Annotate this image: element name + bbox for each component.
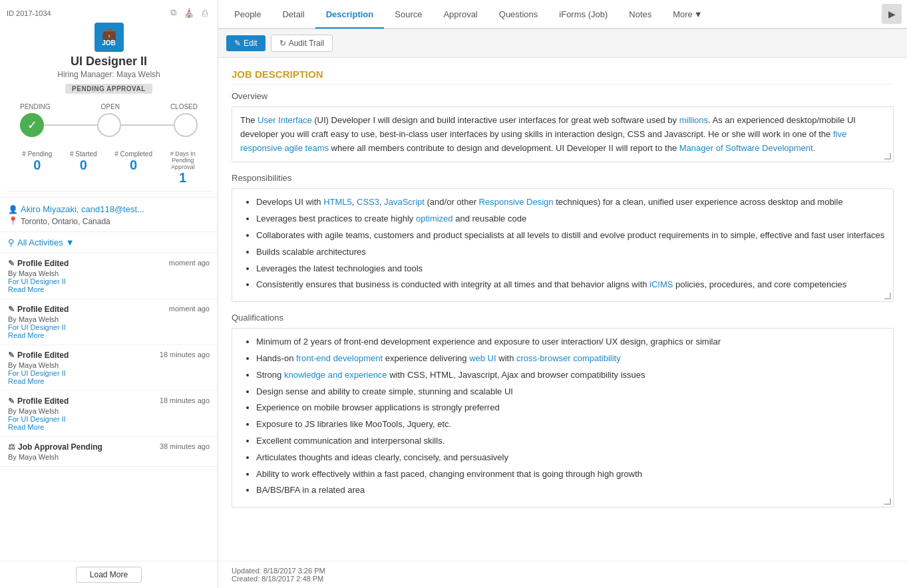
audit-trail-button[interactable]: ↻ Audit Trail: [271, 35, 333, 52]
copy-icon[interactable]: ⧉: [167, 7, 179, 19]
load-more-wrap: Load More: [0, 561, 218, 588]
activity-by: By Maya Welsh: [8, 453, 210, 461]
chevron-down-icon: ▼: [694, 9, 703, 19]
read-more-link[interactable]: Read More: [8, 331, 210, 339]
activities-filter[interactable]: ⚲ All Activities ▼: [0, 232, 218, 253]
content-area: JOB DESCRIPTION Overview The User Interf…: [218, 58, 907, 561]
load-more-button[interactable]: Load More: [76, 567, 142, 583]
overview-label: Overview: [232, 91, 894, 101]
activity-by: By Maya Welsh: [8, 361, 210, 369]
step-label-pending: PENDING: [20, 103, 51, 110]
activity-by: By Maya Welsh: [8, 407, 210, 415]
activity-time: 18 minutes ago: [160, 351, 210, 359]
main-content: People Detail Description Source Approva…: [218, 0, 907, 588]
activity-item: ✎ Profile Edited moment ago By Maya Wels…: [0, 253, 218, 299]
tab-source[interactable]: Source: [384, 1, 433, 29]
job-icon: 💼 JOB: [94, 23, 124, 52]
list-item: Minimum of 2 years of front-end developm…: [256, 335, 885, 349]
activity-for[interactable]: For UI Designer II: [8, 415, 210, 423]
progress-section: PENDING OPEN CLOSED ✓: [7, 99, 211, 145]
list-item: Exposure to JS libraries like MooTools, …: [256, 418, 885, 432]
progress-line-1: [44, 124, 97, 126]
activity-item: ✎ Profile Edited 18 minutes ago By Maya …: [0, 345, 218, 391]
progress-line-2: [121, 124, 174, 126]
updated-text: Updated: 8/18/2017 3:26 PM: [232, 567, 894, 575]
resize-handle[interactable]: [884, 153, 891, 160]
building-icon[interactable]: ⛪: [183, 7, 195, 19]
responsibilities-label: Responsibilities: [232, 173, 894, 183]
activity-title-text: Profile Edited: [17, 396, 69, 406]
candidate-name[interactable]: Akiro Miyazaki, cand118@test...: [21, 204, 144, 214]
stat-started: # Started 0: [70, 150, 97, 186]
list-item: Design sense and ability to create simpl…: [256, 385, 885, 399]
pencil-icon: ✎: [234, 39, 241, 48]
resize-handle[interactable]: [884, 498, 891, 505]
read-more-link[interactable]: Read More: [8, 377, 210, 385]
sub-toolbar: ✎ Edit ↻ Audit Trail: [218, 29, 907, 58]
list-item: Strong knowledge and experience with CSS…: [256, 368, 885, 382]
top-tabs: People Detail Description Source Approva…: [218, 0, 907, 29]
content-footer: Updated: 8/18/2017 3:26 PM Created: 8/18…: [218, 561, 907, 588]
step-label-closed: CLOSED: [170, 103, 198, 110]
activity-title-text: Profile Edited: [17, 259, 69, 268]
edit-icon: ✎: [8, 396, 15, 406]
activity-item: ✎ Profile Edited 18 minutes ago By Maya …: [0, 391, 218, 437]
list-item: Builds scalable architectures: [256, 245, 885, 259]
tab-questions[interactable]: Questions: [488, 1, 549, 29]
dropdown-icon: ▼: [66, 237, 75, 247]
list-item: BA/BS/BFA in a related area: [256, 484, 885, 498]
tab-more[interactable]: More ▼: [662, 1, 713, 29]
hiring-manager: Hiring Manager: Maya Welsh: [7, 70, 211, 79]
person-icon: 👤: [8, 205, 18, 214]
edit-icon: ✎: [8, 305, 15, 314]
list-item: Experience on mobile browser application…: [256, 401, 885, 415]
job-id: ID 2017-1034: [7, 9, 51, 17]
activity-by: By Maya Welsh: [8, 315, 210, 323]
scale-icon: ⚖: [8, 442, 15, 452]
list-item: Leverages the latest technologies and to…: [256, 262, 885, 276]
next-button[interactable]: ▶: [882, 4, 902, 24]
activity-time: moment ago: [169, 305, 210, 313]
created-text: Created: 8/18/2017 2:48 PM: [232, 575, 894, 583]
stat-pending: # Pending 0: [22, 150, 52, 186]
qualifications-label: Qualifications: [232, 313, 894, 323]
tab-notes[interactable]: Notes: [618, 1, 662, 29]
list-item: Excellent communication and interpersona…: [256, 434, 885, 448]
list-item: Collaborates with agile teams, customers…: [256, 229, 885, 243]
tab-description[interactable]: Description: [315, 1, 385, 29]
filter-icon: ⚲: [8, 237, 15, 247]
edit-button[interactable]: ✎ Edit: [226, 35, 266, 51]
tab-iforms[interactable]: iForms (Job): [548, 1, 618, 29]
step-label-open: OPEN: [101, 103, 120, 110]
tab-people[interactable]: People: [224, 1, 272, 29]
read-more-link[interactable]: Read More: [8, 285, 210, 293]
activity-for[interactable]: For UI Designer II: [8, 323, 210, 331]
print-icon[interactable]: ⎙: [199, 7, 211, 19]
stat-completed: # Completed 0: [114, 150, 152, 186]
activity-for[interactable]: For UI Designer II: [8, 369, 210, 377]
activity-by: By Maya Welsh: [8, 269, 210, 277]
activity-title-text: Profile Edited: [17, 305, 69, 314]
list-item: Develops UI with HTML5, CSS3, JavaScript…: [256, 196, 885, 210]
candidate-info: 👤 Akiro Miyazaki, cand118@test... 📍 Toro…: [0, 198, 218, 232]
sidebar-header: ID 2017-1034 ⧉ ⛪ ⎙ 💼 JOB UI Designer II …: [0, 0, 218, 198]
overview-text-box: The User Interface (UI) Developer I will…: [232, 106, 894, 162]
stat-days-pending: # Days InPendingApproval 1: [170, 150, 196, 186]
stats-row: # Pending 0 # Started 0 # Completed 0 # …: [7, 145, 211, 192]
step-closed: [174, 113, 198, 137]
activities-filter-label: All Activities: [17, 237, 63, 247]
overview-text: The User Interface (UI) Developer I will…: [240, 115, 856, 153]
step-open: [97, 113, 121, 137]
location-icon: 📍: [8, 216, 18, 225]
tab-approval[interactable]: Approval: [433, 1, 488, 29]
activity-for[interactable]: For UI Designer II: [8, 277, 210, 285]
tab-detail[interactable]: Detail: [272, 1, 315, 29]
list-item: Hands-on front-end development experienc…: [256, 352, 885, 366]
activity-item: ⚖ Job Approval Pending 38 minutes ago By…: [0, 437, 218, 467]
qualifications-list: Minimum of 2 years of front-end developm…: [240, 335, 885, 498]
step-pending: ✓: [20, 113, 44, 137]
responsibilities-text-box: Develops UI with HTML5, CSS3, JavaScript…: [232, 188, 894, 302]
resize-handle[interactable]: [884, 293, 891, 299]
read-more-link[interactable]: Read More: [8, 423, 210, 431]
activities-list: ✎ Profile Edited moment ago By Maya Wels…: [0, 253, 218, 561]
